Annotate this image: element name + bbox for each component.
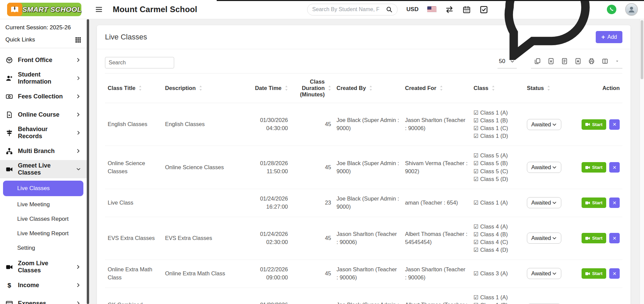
sidebar-subitem-live-meeting[interactable]: Live Meeting bbox=[0, 197, 87, 212]
status-dropdown[interactable]: Awaited bbox=[527, 197, 561, 208]
checked-checkbox-icon: ☑ bbox=[474, 231, 479, 237]
fees-collection-icon bbox=[6, 93, 13, 100]
video-camera-icon bbox=[6, 166, 13, 173]
cell-duration: 45 bbox=[291, 287, 334, 304]
cell-action: Start✕ bbox=[575, 189, 622, 217]
global-search[interactable] bbox=[307, 4, 398, 16]
chevron-right-icon bbox=[76, 76, 81, 81]
sidebar-item-multi-branch[interactable]: Multi Branch bbox=[0, 142, 87, 160]
start-class-button[interactable]: Start bbox=[582, 268, 606, 279]
status-dropdown[interactable]: Awaited bbox=[527, 233, 561, 244]
hamburger-icon[interactable] bbox=[95, 6, 103, 13]
status-dropdown[interactable]: Awaited bbox=[527, 119, 561, 130]
cell-class-title: Online Extra Math Class bbox=[105, 260, 162, 287]
cell-duration: 23 bbox=[291, 189, 334, 217]
column-header-class[interactable]: Class bbox=[471, 73, 524, 103]
delete-class-button[interactable]: ✕ bbox=[609, 233, 620, 243]
start-class-button[interactable]: Start bbox=[582, 197, 606, 208]
cell-duration: 45 bbox=[291, 260, 334, 287]
sort-icon bbox=[547, 85, 550, 91]
cell-class-list: ☑Class 1 (A)☑Class 1 (B)☑Class 1 (C)☑Cla… bbox=[471, 103, 524, 146]
class-checkbox-item: ☑Class 1 (B) bbox=[474, 301, 521, 304]
sidebar-item-label: Zoom Live Classes bbox=[18, 260, 71, 274]
chevron-right-icon bbox=[76, 283, 81, 287]
delete-class-button[interactable]: ✕ bbox=[609, 197, 620, 208]
quick-links-label: Quick Links bbox=[5, 36, 35, 43]
column-header-status[interactable]: Status bbox=[524, 73, 575, 103]
sidebar-item-income[interactable]: $Income bbox=[0, 276, 87, 294]
video-camera-icon bbox=[585, 201, 590, 205]
search-icon[interactable] bbox=[386, 6, 393, 13]
start-class-button[interactable]: Start bbox=[582, 233, 606, 243]
status-dropdown[interactable]: Awaited bbox=[527, 268, 561, 279]
chevron-right-icon bbox=[76, 112, 81, 117]
cell-created-by: Joe Black (Super Admin : 9000) bbox=[334, 103, 402, 146]
cell-class-title: GK Combined Online Classes bbox=[105, 287, 162, 304]
column-header-class-title[interactable]: Class Title bbox=[105, 73, 162, 103]
sidebar-item-behaviour-records[interactable]: Behaviour Records bbox=[0, 124, 87, 142]
quick-links[interactable]: Quick Links bbox=[0, 32, 87, 48]
sidebar-item-student-information[interactable]: Student Information bbox=[0, 69, 87, 87]
sidebar-item-gmeet-live-classes[interactable]: Gmeet Live Classes bbox=[0, 160, 87, 178]
cell-action: Start✕ bbox=[575, 217, 622, 260]
whatsapp-icon[interactable] bbox=[607, 5, 616, 14]
cell-date-time: 01/20/202603:00:00 bbox=[243, 287, 291, 304]
table-row: EVS Extra ClassesEVS Extra Classes01/24/… bbox=[105, 217, 622, 260]
column-header-date-time[interactable]: Date Time bbox=[243, 73, 291, 103]
sidebar-subitem-live-classes[interactable]: Live Classes bbox=[3, 181, 83, 196]
tasks-icon[interactable] bbox=[480, 5, 488, 14]
sidebar-subitem-live-meeting-report[interactable]: Live Meeting Report bbox=[0, 226, 87, 241]
page-scrollbar[interactable] bbox=[640, 19, 644, 304]
scrollbar-thumb[interactable] bbox=[641, 20, 643, 79]
checked-checkbox-icon: ☑ bbox=[474, 110, 479, 116]
sidebar-scrollbar[interactable] bbox=[87, 19, 89, 304]
column-header-description[interactable]: Description bbox=[162, 73, 243, 103]
cell-class-list: ☑Class 5 (A)☑Class 5 (B)☑Class 5 (C)☑Cla… bbox=[471, 146, 524, 189]
sidebar-subitem-setting[interactable]: Setting bbox=[0, 241, 87, 255]
cell-class-list: ☑Class 3 (A) bbox=[471, 260, 524, 287]
delete-class-button[interactable]: ✕ bbox=[609, 119, 620, 130]
delete-class-button[interactable]: ✕ bbox=[609, 268, 620, 279]
exchange-icon[interactable] bbox=[445, 5, 454, 14]
calendar-icon[interactable] bbox=[462, 5, 471, 14]
student-information-icon bbox=[6, 75, 13, 82]
checked-checkbox-icon: ☑ bbox=[474, 223, 479, 230]
cell-date-time: 01/30/202604:30:00 bbox=[243, 103, 291, 146]
chevron-right-icon bbox=[76, 265, 81, 269]
sidebar-subitem-live-classes-report[interactable]: Live Classes Report bbox=[0, 212, 87, 226]
video-camera-icon bbox=[585, 272, 590, 276]
sidebar-item-online-course[interactable]: Online Course bbox=[0, 105, 87, 124]
cell-created-for: Jason Sharlton (Teacher : 90006) bbox=[402, 103, 471, 146]
sidebar-item-front-office[interactable]: Front Office bbox=[0, 51, 87, 69]
cell-action: Start✕ bbox=[575, 287, 622, 304]
chevron-down-icon bbox=[552, 200, 557, 205]
us-flag-icon[interactable] bbox=[427, 6, 436, 12]
table-search-input[interactable] bbox=[105, 57, 174, 68]
sidebar-item-fees-collection[interactable]: Fees Collection bbox=[0, 87, 87, 105]
live-classes-card: Live Classes + Add 50 bbox=[97, 25, 630, 304]
cell-status: Awaited bbox=[524, 217, 575, 260]
start-class-button[interactable]: Start bbox=[582, 162, 606, 173]
class-checkbox-item: ☑Class 4 (B) bbox=[474, 231, 521, 238]
column-header-class-duration-minutes[interactable]: Class Duration (Minutes) bbox=[291, 73, 334, 103]
svg-text:$: $ bbox=[7, 282, 11, 289]
column-header-created-by[interactable]: Created By bbox=[334, 73, 402, 103]
sidebar-item-zoom-live-classes[interactable]: Zoom Live Classes bbox=[0, 258, 87, 276]
column-header-created-for[interactable]: Created For bbox=[402, 73, 471, 103]
avatar[interactable] bbox=[625, 3, 638, 16]
currency-selector[interactable]: USD bbox=[406, 6, 419, 13]
logo[interactable]: SMART SCHOOL bbox=[0, 3, 89, 16]
cell-date-time: 01/22/202609:00:00 bbox=[243, 260, 291, 287]
logo-text: SMART SCHOOL bbox=[22, 5, 82, 13]
cell-class-list: ☑Class 1 (A) bbox=[471, 189, 524, 217]
cell-action: Start✕ bbox=[575, 146, 622, 189]
status-dropdown[interactable]: Awaited bbox=[527, 162, 561, 173]
class-checkbox-item: ☑Class 1 (A) bbox=[474, 294, 521, 301]
cell-duration: 45 bbox=[291, 146, 334, 189]
global-search-input[interactable] bbox=[312, 6, 386, 12]
cell-class-title: English Classes bbox=[105, 103, 162, 146]
start-class-button[interactable]: Start bbox=[582, 119, 606, 130]
messages-button[interactable]: 0 bbox=[497, 0, 598, 60]
sidebar-item-expenses[interactable]: Expenses bbox=[0, 294, 87, 304]
delete-class-button[interactable]: ✕ bbox=[609, 162, 620, 173]
